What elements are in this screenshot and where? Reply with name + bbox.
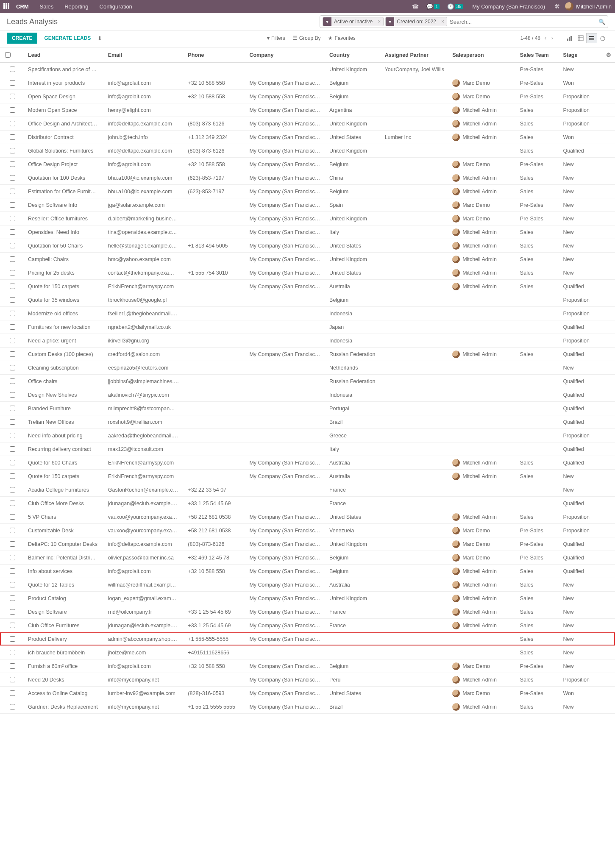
row-checkbox[interactable] (10, 663, 15, 669)
table-row[interactable]: Furnitures for new locationngrabert2@dai… (0, 320, 615, 334)
row-checkbox[interactable] (10, 351, 15, 357)
table-row[interactable]: Club Office More Desksjdunagan@leclub.ex… (0, 497, 615, 510)
col-company[interactable]: Company (246, 47, 326, 63)
row-checkbox[interactable] (10, 338, 15, 343)
row-checkbox[interactable] (10, 80, 15, 86)
row-checkbox[interactable] (10, 121, 15, 126)
messages-icon[interactable]: 💬1 (426, 3, 440, 10)
table-row[interactable]: Reseller: Office furnituresd.albert@mark… (0, 212, 615, 225)
table-row[interactable]: Access to Online Cataloglumber-inv92@exa… (0, 687, 615, 700)
table-row[interactable]: Acadia College FurnituresGastonRochon@ex… (0, 483, 615, 497)
col-stage[interactable]: Stage (559, 47, 603, 63)
view-list-icon[interactable] (586, 33, 597, 43)
row-checkbox[interactable] (10, 134, 15, 140)
row-checkbox[interactable] (10, 433, 15, 438)
table-row[interactable]: Furnish a 60m² officeinfo@agrolait.com+3… (0, 659, 615, 673)
company-selector[interactable]: My Company (San Francisco) (472, 3, 545, 10)
row-checkbox[interactable] (10, 94, 15, 99)
col-team[interactable]: Sales Team (517, 47, 560, 63)
groupby-dropdown[interactable]: ☰Group By (293, 35, 321, 41)
table-row[interactable]: Quote for 12 Tableswillmac@rediffmail.ex… (0, 578, 615, 592)
activities-icon[interactable]: 🕐35 (447, 3, 463, 10)
row-checkbox[interactable] (10, 243, 15, 248)
row-checkbox[interactable] (10, 256, 15, 262)
table-row[interactable]: Product Cataloglogan_expert@gmail.exam…M… (0, 592, 615, 605)
table-row[interactable]: ich brauche büromöbelnjholze@me.com+4915… (0, 646, 615, 659)
search-icon[interactable]: 🔍 (598, 19, 605, 25)
table-row[interactable]: Balmer Inc: Potential Distri…olivier.pas… (0, 551, 615, 565)
row-checkbox[interactable] (10, 460, 15, 465)
row-checkbox[interactable] (10, 690, 15, 696)
table-row[interactable]: 5 VP Chairsvauxoo@yourcompany.exa…+58 21… (0, 510, 615, 524)
download-icon[interactable]: ⬇ (97, 35, 102, 42)
col-country[interactable]: Country (326, 47, 381, 63)
row-checkbox[interactable] (10, 487, 15, 492)
row-checkbox[interactable] (10, 284, 15, 289)
table-row[interactable]: Design Software Infojga@solar.example.co… (0, 198, 615, 212)
table-row[interactable]: Product Deliveryadmin@abccompany.shop.…+… (0, 632, 615, 646)
phone-icon[interactable]: ☎ (412, 3, 419, 10)
facet-remove[interactable]: × (439, 19, 447, 25)
select-all-checkbox[interactable] (5, 52, 11, 58)
table-row[interactable]: Custom Desks (100 pieces)credford4@salon… (0, 348, 615, 361)
table-row[interactable]: Interest in your productsinfo@agrolait.c… (0, 76, 615, 90)
table-row[interactable]: Office chairsjjobbins6@simplemachines.…R… (0, 375, 615, 388)
filters-dropdown[interactable]: ▾Filters (267, 35, 285, 41)
row-checkbox[interactable] (10, 473, 15, 479)
row-checkbox[interactable] (10, 189, 15, 194)
row-checkbox[interactable] (10, 161, 15, 167)
apps-icon[interactable] (3, 3, 10, 10)
menu-sales[interactable]: Sales (36, 3, 58, 10)
table-row[interactable]: Quote for 600 ChairsErikNFrench@armyspy.… (0, 456, 615, 470)
table-row[interactable]: Branded Furnituremlimprecht8@fastcompan…… (0, 402, 615, 415)
table-row[interactable]: Specifications and price of …United King… (0, 63, 615, 76)
column-options-icon[interactable]: ⚙ (606, 52, 611, 58)
row-checkbox[interactable] (10, 270, 15, 275)
row-checkbox[interactable] (10, 501, 15, 506)
row-checkbox[interactable] (10, 311, 15, 316)
table-row[interactable]: Campbell: Chairshmc@yahoo.example.comMy … (0, 253, 615, 266)
table-row[interactable]: Club Office Furnituresjdunagan@leclub.ex… (0, 619, 615, 632)
table-row[interactable]: Need info about pricingaakreda@theglobea… (0, 429, 615, 442)
col-lead[interactable]: Lead (25, 47, 105, 63)
table-row[interactable]: Quotation for 50 Chairshelle@stonageit.e… (0, 239, 615, 253)
col-phone[interactable]: Phone (184, 47, 246, 63)
menu-configuration[interactable]: Configuration (95, 3, 136, 10)
create-button[interactable]: CREATE (7, 33, 37, 44)
row-checkbox[interactable] (10, 704, 15, 709)
table-row[interactable]: Info about servicesinfo@agrolait.com+32 … (0, 565, 615, 578)
table-row[interactable]: Modern Open Spacehenry@elight.comMy Comp… (0, 103, 615, 117)
row-checkbox[interactable] (10, 419, 15, 425)
table-row[interactable]: DeltaPC: 10 Computer Desksinfo@deltapc.e… (0, 537, 615, 551)
facet-remove[interactable]: × (375, 19, 383, 25)
row-checkbox[interactable] (10, 365, 15, 370)
row-checkbox[interactable] (10, 202, 15, 208)
row-checkbox[interactable] (10, 568, 15, 574)
table-row[interactable]: Customizable Deskvauxoo@yourcompany.exa…… (0, 524, 615, 537)
debug-icon[interactable]: 🛠 (554, 3, 560, 10)
table-row[interactable]: Trelian New Officesroxshott9@trellian.co… (0, 415, 615, 429)
row-checkbox[interactable] (10, 595, 15, 601)
favorites-dropdown[interactable]: ★Favorites (328, 35, 355, 41)
table-row[interactable]: Open Space Designinfo@agrolait.com+32 10… (0, 90, 615, 103)
table-row[interactable]: Need a price: urgentikirvell3@gnu.orgInd… (0, 334, 615, 348)
table-row[interactable]: Need 20 Desksinfo@mycompany.netMy Compan… (0, 673, 615, 687)
row-checkbox[interactable] (10, 392, 15, 398)
generate-leads-button[interactable]: GENERATE LEADS (42, 35, 93, 42)
menu-reporting[interactable]: Reporting (60, 3, 92, 10)
row-checkbox[interactable] (10, 216, 15, 221)
table-row[interactable]: Quote for 35 windowstbrockhouse0@google.… (0, 293, 615, 307)
app-brand[interactable]: CRM (16, 3, 29, 10)
table-row[interactable]: Quote for 150 carpetsErikNFrench@armyspy… (0, 280, 615, 293)
search-input[interactable] (449, 18, 597, 25)
row-checkbox[interactable] (10, 324, 15, 330)
table-row[interactable]: Quotation for 100 Desksbhu.a100@ic.examp… (0, 171, 615, 185)
pager-next[interactable]: › (551, 35, 554, 41)
table-row[interactable]: Modernize old officesfseiller1@theglobea… (0, 307, 615, 320)
table-row[interactable]: Design Softwarernd@oilcompany.fr+33 1 25… (0, 605, 615, 619)
table-row[interactable]: Recurring delivery contractmax123@itcons… (0, 442, 615, 456)
row-checkbox[interactable] (10, 406, 15, 411)
col-email[interactable]: Email (105, 47, 185, 63)
table-row[interactable]: Office Design Projectinfo@agrolait.com+3… (0, 158, 615, 171)
table-row[interactable]: Gardner: Desks Replacementinfo@mycompany… (0, 700, 615, 714)
